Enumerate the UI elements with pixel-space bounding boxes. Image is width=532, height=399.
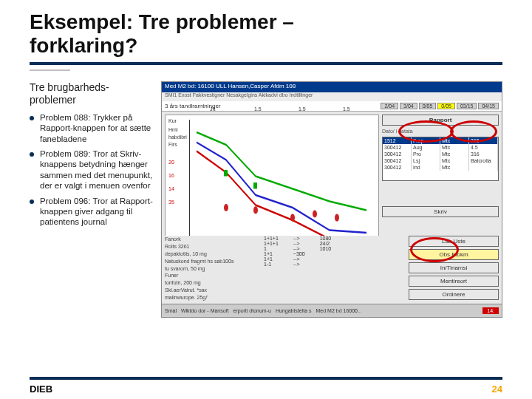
taskbar-item[interactable]: Smal [165,308,177,313]
lm: --> [293,236,305,241]
th: Mtc [440,137,469,144]
chart-ylabel: Kur [168,118,177,123]
lm: --> [293,262,305,267]
subheading: Tre brugbarheds-problemer [30,81,155,106]
chart-ylabel: Hml [168,127,177,132]
title-line2: forklaring? [30,34,137,57]
td: Mtc [440,151,469,157]
svg-point-0 [224,204,228,211]
lm: 1+1+1 [264,236,279,241]
taskbar: Smal Wlktdo dor - Mansoft erporti dtonum… [162,304,502,317]
chart-xtick: 1.5 [299,106,306,112]
tab-active[interactable]: 0/05 [437,103,455,109]
side-button-highlight[interactable]: Obs.Ftokm [409,249,499,260]
lm: 1010 [320,246,332,251]
td: Pro [412,151,440,157]
th: Frep [412,137,440,144]
chart-ytick: 35 [168,200,174,205]
ll-line: Fanork [165,236,261,243]
td: 300412 [383,164,412,171]
td: Mtc [440,144,469,151]
side-button[interactable]: Mentireort [409,276,499,287]
ll-line: Rolts 3261 [165,243,261,250]
date-tabs: 2/04 3/04 0/05 0/05 03/15 04/15 [381,103,499,109]
taskbar-item[interactable]: Hungatristelta s [276,308,312,313]
side-button[interactable]: In/Tinamsi [409,262,499,273]
title-underline [30,62,502,65]
td: 300412 [383,157,412,164]
page-number: 24 [492,383,502,395]
skriv-button[interactable]: Skriv [382,206,499,217]
svg-point-3 [313,211,317,218]
ll-line: Skl.aerVairut. *sax [165,287,261,294]
menubar: SMI1 Exost Fakkvestigner Nesakgelgins Ak… [162,92,502,101]
svg-point-2 [290,214,295,222]
chart-xtick: 1.5 [343,106,350,112]
footer-left: DIEB [30,383,52,395]
td: 300412 [383,144,412,151]
td: 4.5 [469,144,498,151]
td: Mtc [440,164,469,171]
svg-point-1 [253,207,258,214]
td: 300412 [383,151,412,157]
side-button[interactable]: Ordinere [409,289,499,300]
lm: --> [293,241,305,246]
bullet-item: Problem 088: Trykker på Rapport-knappen … [30,112,155,144]
lm: 1+1 [264,256,279,262]
ll-line: tu svarorn, 50 mg [165,265,261,273]
chart-xtick: 1.5 [254,106,262,112]
tab[interactable]: 2/04 [381,103,398,109]
data-table: 1512 Frep Mtc 315 300412AugMtc4.5 300412… [382,137,499,181]
td: 316 [469,151,498,157]
embedded-screenshot: Med M2 bd: 16100 ULL Hansen,Casper Afdm … [161,81,502,318]
footer-rule [30,377,502,380]
window-titlebar: Med M2 bd: 16100 ULL Hansen,Casper Afdm … [162,82,502,92]
taskbar-item[interactable]: Wlktdo dor - Mansoft [181,308,229,313]
lm: ~300 [293,251,305,256]
lm: --> [293,246,305,251]
chart-ytick: 14 [168,186,174,191]
th: 1512 [383,137,412,144]
td: Mtc [440,157,469,164]
ll-line: Natuskond fragrnt hs sab100s [165,258,261,265]
taskbar-item[interactable]: Med M2 bd 16000.. [316,308,361,313]
svg-point-4 [335,214,339,222]
td: Batcrotla [469,157,498,164]
td: Lsj [412,157,440,164]
tab[interactable]: 04/15 [478,103,499,109]
svg-rect-5 [224,170,228,177]
th: 315 [469,137,498,144]
tab[interactable]: 0/05 [419,103,437,109]
lm: 1+1+1 [264,241,279,246]
lm: --> [293,256,305,262]
lm: 1-1 [264,262,279,267]
side-button[interactable]: Lab Uste [409,236,499,247]
datestamp-label: Dato/ i datata [382,129,499,134]
slide-title: Eksempel: Tre problemer – forklaring? [30,10,502,58]
td: Aug [412,144,440,151]
tab[interactable]: 03/15 [457,103,477,109]
lm: 1080 [320,236,332,241]
ll-line: Funer [165,272,261,279]
bullet-item: Problem 096: Tror at Rapport-knappen giv… [30,196,155,228]
taskbar-item[interactable]: erporti dtonum-u [233,308,271,313]
lm: 24/2 [320,241,332,246]
ll-line: malinwurope. 25g/' [165,294,261,301]
taskbar-clock: 14: [482,307,499,314]
ll-line: depaktotlis, 10 mg [165,250,261,258]
chart-ytick: 16 [168,173,174,178]
lm: 1+1 [264,251,279,256]
td [469,164,498,171]
chart-ylabel: Firs [168,142,177,147]
chart-ytick: 20 [168,160,174,165]
chart-xtick: Jft [210,106,215,112]
td: Ind [412,164,440,171]
ll-line: tonfutn, 200 mg [165,279,261,287]
lm: 1 [264,246,279,251]
title-underline-short [30,69,70,71]
svg-rect-6 [253,183,257,189]
bullet-item: Problem 089: Tror at Skriv-knappens bety… [30,149,155,191]
tab[interactable]: 3/04 [400,103,417,109]
title-line1: Eksempel: Tre problemer – [30,10,294,33]
rapport-button[interactable]: Rapport [382,115,499,126]
